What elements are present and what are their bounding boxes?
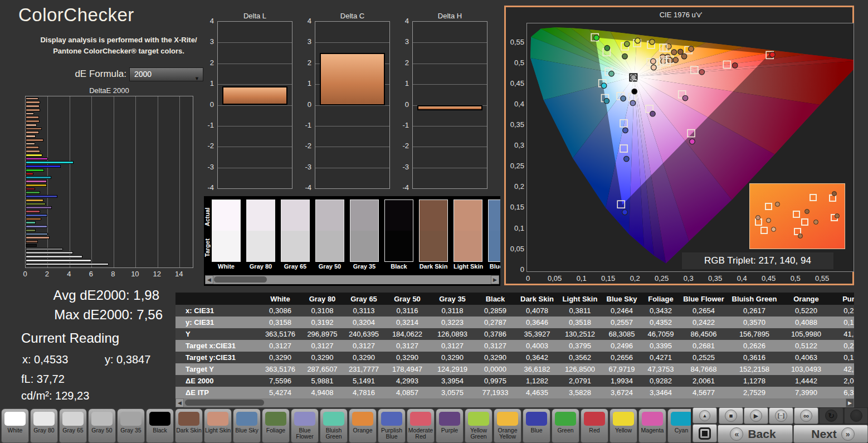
table-cell: 86,4506 (680, 328, 728, 340)
y-tick-label: 0,2 (506, 182, 524, 191)
actual-swatch (454, 200, 482, 231)
patch-button-light-skin[interactable]: Light Skin (204, 408, 232, 443)
delta-h-title: Delta H (412, 12, 487, 20)
patch-button-bluish-green[interactable]: Bluish Green (320, 408, 348, 443)
expand-button[interactable]: ▲ (693, 407, 717, 423)
strip-scrollbar-thumb[interactable] (214, 276, 267, 283)
patch-window-button[interactable] (693, 424, 717, 442)
scroll-left-icon[interactable]: ◀ (205, 275, 213, 284)
table-scrollbar[interactable]: ◀ ▶ (175, 398, 854, 407)
patch-button-green[interactable]: Green (552, 408, 579, 443)
table-cell: 0,2626 (728, 340, 781, 352)
x-tick-label: 0,3 (675, 274, 703, 283)
scroll-right-icon[interactable]: ▶ (491, 275, 499, 284)
patch-button-black[interactable]: Black (146, 408, 174, 443)
patch-button-gray-50[interactable]: Gray 50 (88, 408, 116, 443)
patch-button-foliage[interactable]: Foliage (262, 408, 290, 443)
blank-button[interactable] (844, 407, 868, 424)
table-row: ΔE ITP5,42744,94084,78164,08573,057577,1… (175, 387, 854, 398)
scroll-right-icon[interactable]: ▶ (846, 398, 854, 407)
patch-swatch (613, 412, 634, 426)
de-formula-dropdown[interactable]: 2000 ▼ (129, 67, 203, 81)
patch-button-label: Magenta (641, 427, 664, 434)
gridline (413, 64, 487, 64)
x-tick-label: 4 (64, 270, 75, 278)
table-row: Target x:CIE310,31270,31270,31270,31270,… (175, 340, 854, 352)
strip-swatch-label: Gray 50 (315, 263, 344, 270)
y-tick-label: 0 (299, 100, 311, 109)
target-swatch (420, 231, 447, 261)
strip-scrollbar[interactable]: ◀ ▶ (205, 275, 499, 284)
patch-button-orange-yellow[interactable]: Orange Yellow (494, 408, 521, 443)
gridline (218, 105, 292, 106)
patch-button-blue-flower[interactable]: Blue Flower (291, 408, 319, 443)
cie-zoom-inset (749, 183, 845, 249)
loop-button[interactable]: [··] (769, 407, 793, 424)
patch-button-blue[interactable]: Blue (523, 408, 550, 443)
gridline (70, 96, 70, 267)
x-tick-label: 0,45 (755, 274, 783, 283)
target-label: Target (204, 232, 212, 264)
back-label: Back (748, 427, 776, 441)
table-cell: 1,9934 (602, 375, 642, 387)
table-cell: 0,3127 (384, 340, 430, 352)
row-label: Target Y (175, 363, 259, 375)
table-cell: 3,0575 (430, 387, 475, 398)
patch-button-orange[interactable]: Orange (349, 408, 377, 443)
patch-swatch (439, 412, 460, 426)
patch-button-white[interactable]: White (1, 408, 29, 443)
patch-button-purple[interactable]: Purple (436, 408, 464, 443)
measured-marker (681, 53, 687, 59)
column-header: Gray 80 (301, 293, 343, 305)
bar (26, 248, 63, 251)
deltae2000-chart (25, 96, 193, 268)
table-cell: 47,3753 (642, 363, 680, 375)
table-scrollbar-thumb[interactable] (185, 400, 264, 406)
table-cell: 103,0493 (781, 363, 831, 375)
patch-button-dark-skin[interactable]: Dark Skin (175, 408, 203, 443)
column-header: Blue Sky (602, 293, 642, 305)
y-tick-label: 0,35 (506, 120, 524, 129)
patch-button-label: Foliage (266, 427, 285, 434)
actual-swatch (350, 200, 378, 231)
bar (26, 143, 35, 145)
continuous-button[interactable]: ∞ (794, 407, 818, 424)
y-tick-label: 0 (397, 100, 409, 109)
table-cell: 0,4063 (781, 352, 831, 363)
actual-swatch (489, 200, 500, 231)
delta-c-chart (315, 21, 390, 189)
bar (26, 218, 41, 221)
y-tick-label: 2 (202, 59, 214, 67)
measured-marker (630, 100, 636, 106)
target-swatch (385, 231, 413, 261)
patch-button-red[interactable]: Red (581, 408, 608, 443)
cie-diagram-panel[interactable]: CIE 1976 u'v' 00,050,10,150,20,250,30,35… (504, 6, 854, 285)
patch-button-magenta[interactable]: Magenta (638, 408, 666, 443)
patch-button-yellow[interactable]: Yellow (609, 408, 637, 443)
refresh-button[interactable]: ↻ (819, 407, 843, 424)
patch-button-yellow-green[interactable]: Yellow Green (465, 408, 492, 443)
next-button[interactable]: Next » (793, 425, 868, 443)
patch-button-gray-35[interactable]: Gray 35 (117, 408, 145, 443)
patch-button-gray-80[interactable]: Gray 80 (30, 408, 58, 443)
stop-button[interactable]: ■ (719, 407, 743, 424)
measured-marker (601, 83, 607, 89)
max-de2000: Max dE2000: 7,56 (17, 307, 163, 323)
patch-button-moderate-red[interactable]: Moderate Red (407, 408, 435, 443)
bar (26, 233, 48, 236)
column-header: Blue Flower (680, 293, 728, 305)
play-button[interactable]: ▶ (744, 407, 768, 424)
scroll-left-icon[interactable]: ◀ (175, 398, 184, 407)
patch-button-gray-65[interactable]: Gray 65 (59, 408, 87, 443)
patch-button-blue-sky[interactable]: Blue Sky (233, 408, 261, 443)
back-chevrons-icon: « (730, 427, 743, 441)
back-button[interactable]: « Back (718, 425, 793, 443)
patch-swatch (584, 412, 605, 426)
table-cell: 0,21 (831, 340, 854, 352)
table-cell: 0,3290 (384, 352, 430, 363)
table-cell: 0,3116 (384, 305, 430, 317)
table-cell: 105,9980 (781, 328, 831, 340)
table-cell: 0,5122 (781, 340, 831, 352)
patch-button-purplish-blue[interactable]: Purplish Blue (378, 408, 406, 443)
table-cell: 0,2787 (475, 317, 516, 328)
